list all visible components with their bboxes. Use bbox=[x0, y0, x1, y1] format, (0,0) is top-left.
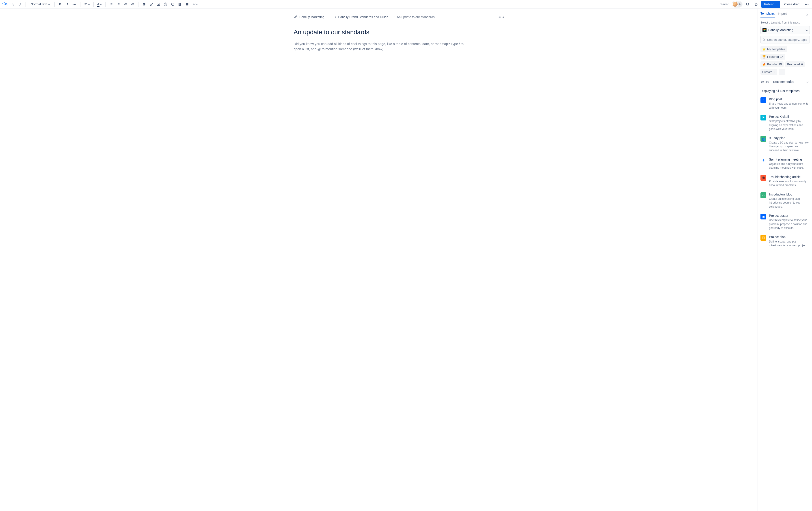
breadcrumb-item[interactable]: Banc.ly Brand Standards and Guide… bbox=[338, 15, 392, 19]
editor-toolbar: Normal text B I ••• A 123 bbox=[0, 0, 812, 8]
template-item[interactable]: ☺Introductory blogCreate an interesting … bbox=[760, 190, 809, 211]
mention-button[interactable] bbox=[162, 1, 169, 8]
bullet-list-button[interactable] bbox=[108, 1, 115, 8]
sort-value: Recommended bbox=[773, 80, 794, 84]
template-search-input[interactable] bbox=[767, 38, 808, 42]
toolbar-separator bbox=[54, 2, 55, 7]
undo-button[interactable] bbox=[9, 1, 16, 8]
insert-dropdown[interactable] bbox=[191, 1, 199, 8]
tab-import[interactable]: Import bbox=[778, 12, 787, 17]
filter-chip[interactable]: ⭐My Templates bbox=[760, 46, 787, 52]
close-panel-button[interactable] bbox=[804, 12, 810, 17]
template-title: Blog post bbox=[769, 97, 809, 101]
template-title: Project plan bbox=[769, 235, 809, 239]
chip-count: 14 bbox=[780, 55, 783, 58]
template-item[interactable]: 👥90-day planCreate a 90-day plan to help… bbox=[760, 134, 809, 155]
link-button[interactable] bbox=[148, 1, 154, 8]
chip-label: My Templates bbox=[767, 48, 785, 51]
bold-button[interactable]: B bbox=[57, 1, 64, 8]
user-avatar bbox=[732, 1, 738, 7]
template-description: Create an interesting blog introducing y… bbox=[769, 197, 809, 209]
space-selector[interactable]: Banc.ly Marketing bbox=[760, 26, 810, 34]
chevron-down-icon bbox=[806, 28, 808, 31]
sort-dropdown[interactable]: Recommended bbox=[771, 79, 810, 85]
publish-button[interactable]: Publish… bbox=[761, 1, 780, 8]
table-button[interactable] bbox=[177, 1, 183, 8]
tab-templates[interactable]: Templates bbox=[760, 12, 775, 18]
page-title[interactable]: An update to our standards bbox=[294, 29, 464, 36]
chevron-down-icon bbox=[88, 2, 90, 5]
breadcrumb-separator: / bbox=[335, 15, 336, 19]
svg-point-16 bbox=[746, 3, 749, 5]
template-title: 90-day plan bbox=[769, 136, 809, 140]
template-item[interactable]: ⚑Project KickoffStart projects effective… bbox=[760, 112, 809, 134]
template-title: Project Kickoff bbox=[769, 115, 809, 119]
template-description: Organize and run your sprint planning me… bbox=[769, 162, 809, 170]
breadcrumb-current: An update to our standards bbox=[397, 15, 435, 19]
editor-area[interactable]: Banc.ly Marketing / … / Banc.ly Brand St… bbox=[0, 8, 758, 511]
chip-label: Custom bbox=[762, 70, 772, 74]
space-logo-icon bbox=[762, 28, 766, 32]
svg-point-8 bbox=[158, 4, 158, 4]
breadcrumb-separator: / bbox=[394, 15, 395, 19]
template-search[interactable] bbox=[760, 36, 810, 43]
template-filter-chips: ⭐My Templates🏆Featured14🔥Popular15Promot… bbox=[760, 46, 810, 75]
template-list: ”Blog postShare news and announcements w… bbox=[760, 95, 810, 511]
template-item[interactable]: ✦Sprint planning meetingOrganize and run… bbox=[760, 155, 809, 173]
filter-chip[interactable]: 🔥Popular15 bbox=[760, 61, 784, 67]
more-actions-button[interactable]: ••• bbox=[804, 1, 810, 8]
template-icon: ☑ bbox=[760, 235, 766, 241]
more-formatting-button[interactable]: ••• bbox=[71, 1, 78, 8]
svg-point-10 bbox=[171, 3, 174, 6]
chevron-down-icon bbox=[48, 2, 50, 5]
svg-rect-6 bbox=[143, 3, 145, 5]
restrictions-button[interactable] bbox=[753, 1, 760, 8]
image-button[interactable] bbox=[155, 1, 162, 8]
text-style-dropdown[interactable]: Normal text bbox=[28, 1, 52, 8]
template-icon: ” bbox=[760, 97, 766, 103]
close-draft-button[interactable]: Close draft bbox=[782, 1, 802, 8]
space-name: Banc.ly Marketing bbox=[768, 28, 804, 32]
layouts-button[interactable] bbox=[184, 1, 191, 8]
template-item[interactable]: ☑Project planDefine, scope, and plan mil… bbox=[760, 233, 809, 250]
chip-count: 9 bbox=[774, 70, 775, 74]
filter-chip[interactable]: 🏆Featured14 bbox=[760, 54, 785, 60]
template-item[interactable]: 🐞Troubleshooting articleProvide solution… bbox=[760, 173, 809, 190]
collaborators[interactable]: + bbox=[732, 1, 743, 8]
action-item-button[interactable] bbox=[141, 1, 147, 8]
indent-button[interactable] bbox=[129, 1, 136, 8]
filter-chip[interactable]: … bbox=[779, 69, 785, 75]
numbered-list-button[interactable]: 123 bbox=[115, 1, 122, 8]
breadcrumb-separator: / bbox=[327, 15, 327, 19]
toolbar-separator bbox=[93, 2, 94, 7]
editor-placeholder[interactable]: Did you know you can add all kinds of co… bbox=[294, 41, 464, 52]
breadcrumb-item[interactable]: … bbox=[330, 15, 333, 19]
template-item[interactable]: ”Blog postShare news and announcements w… bbox=[760, 95, 809, 112]
breadcrumb: Banc.ly Marketing / … / Banc.ly Brand St… bbox=[294, 14, 464, 20]
template-count-line: Displaying all 139 templates. bbox=[760, 89, 810, 93]
templates-panel: Templates Import Select a template from … bbox=[758, 8, 812, 511]
svg-point-18 bbox=[763, 39, 764, 40]
template-title: Introductory blog bbox=[769, 192, 809, 197]
emoji-button[interactable] bbox=[169, 1, 176, 8]
template-description: Start projects effectively by aligning o… bbox=[769, 119, 809, 131]
text-color-dropdown[interactable]: A bbox=[96, 1, 103, 8]
redo-button[interactable] bbox=[17, 1, 23, 8]
chip-emoji-icon: ⭐ bbox=[762, 48, 766, 51]
find-button[interactable] bbox=[744, 1, 751, 8]
toolbar-separator bbox=[80, 2, 81, 7]
outdent-button[interactable] bbox=[122, 1, 129, 8]
template-title: Troubleshooting article bbox=[769, 175, 809, 179]
align-dropdown[interactable] bbox=[83, 1, 91, 8]
italic-button[interactable]: I bbox=[64, 1, 71, 8]
template-description: Provide solutions for commonly encounter… bbox=[769, 180, 809, 187]
filter-chip[interactable]: Promoted6 bbox=[785, 61, 805, 67]
template-description: Define, scope, and plan milestones for y… bbox=[769, 240, 809, 248]
svg-point-1 bbox=[110, 4, 110, 4]
template-item[interactable]: ▣Project posterUse this template to defi… bbox=[760, 211, 809, 233]
filter-chip[interactable]: Custom9 bbox=[760, 69, 777, 75]
breadcrumb-item[interactable]: Banc.ly Marketing bbox=[299, 15, 324, 19]
toolbar-separator bbox=[105, 2, 106, 7]
page-width-toggle[interactable]: ↤↦ bbox=[498, 15, 504, 19]
svg-point-11 bbox=[172, 4, 173, 4]
